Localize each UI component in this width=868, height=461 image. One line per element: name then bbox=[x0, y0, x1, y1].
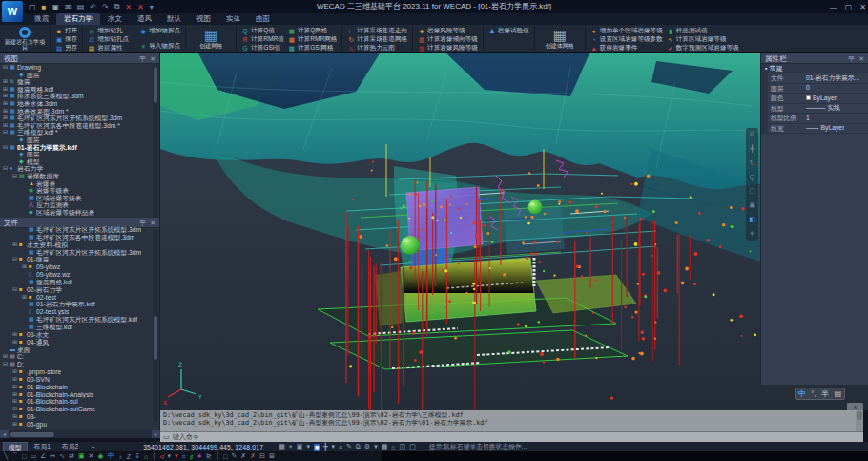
expand-icon[interactable]: ⊞ bbox=[12, 398, 19, 406]
tree-item[interactable]: ⊞■05-gpu bbox=[0, 421, 159, 429]
ribbon-button[interactable]: ⊢计算采场巷道走向 bbox=[347, 27, 407, 35]
tree-item[interactable]: ⊞■01-Blockchain-sui bbox=[0, 398, 159, 406]
tree-item[interactable]: ⊞▦毛坪矿区河东各中段巷道模型.3dm * bbox=[0, 122, 159, 130]
tree-item[interactable]: ⊞≋微震 bbox=[0, 78, 159, 86]
status-toggle-icon[interactable]: ▦ bbox=[279, 443, 285, 451]
status-toggle-icon[interactable]: ▣ bbox=[297, 443, 303, 451]
ribbon-button[interactable]: ✳导入物探点 bbox=[139, 42, 180, 51]
ribbon-button[interactable]: ▥计算岩爆风险等级 bbox=[418, 44, 478, 52]
tree-item[interactable]: ⊟▤岩爆数据库 bbox=[0, 173, 159, 180]
ribbon-button[interactable]: ▲获得岩爆事件 bbox=[590, 44, 663, 52]
draw-tool-icon[interactable]: ♯ bbox=[190, 453, 194, 460]
ribbon-tab[interactable]: 岩石力学 bbox=[56, 13, 100, 25]
quick-access-icon[interactable]: ↷ bbox=[102, 3, 109, 11]
tree-item[interactable]: ◈图层 bbox=[0, 136, 159, 144]
expand-icon[interactable]: ⊟ bbox=[3, 144, 10, 152]
draw-tool-icon[interactable]: Z bbox=[127, 453, 131, 460]
ribbon-button[interactable]: ⊡增加钻孔点 bbox=[88, 35, 129, 44]
ime-skin-icon[interactable]: ▤ bbox=[835, 389, 842, 398]
ribbon-button[interactable]: ▦计算Q网格 bbox=[288, 27, 337, 35]
tree-item[interactable]: ⊟▤D: bbox=[0, 361, 159, 368]
status-toggle-icon[interactable]: ■ bbox=[314, 444, 320, 451]
window-control-icon[interactable]: — bbox=[830, 3, 837, 11]
expand-icon[interactable]: ⊞ bbox=[22, 263, 29, 271]
quick-access-icon[interactable]: ✕ bbox=[137, 3, 144, 11]
draw-tool-icon[interactable]: ✕ bbox=[89, 452, 94, 460]
expand-icon[interactable]: ⊞ bbox=[3, 100, 10, 108]
ribbon-button[interactable]: ▥计算岩爆倾向等级 bbox=[418, 35, 478, 44]
tree-item[interactable]: ⊟●岩石力学 bbox=[0, 165, 159, 173]
quick-access-icon[interactable]: ▢ bbox=[29, 3, 36, 11]
expand-icon[interactable]: ⊟ bbox=[12, 173, 19, 180]
ribbon-button[interactable]: ↻计算采场巷道网格 bbox=[347, 35, 407, 44]
nav-tool-icon[interactable]: ◧ bbox=[749, 216, 755, 223]
tree-item[interactable]: ⊟▦01-岩石力学展示.kdf bbox=[0, 144, 159, 152]
draw-tool-icon[interactable]: ♁ bbox=[118, 453, 123, 460]
tree-item[interactable]: ⊞■01-Blockchain-Analysis bbox=[0, 391, 159, 399]
draw-tool-icon[interactable]: ▣ bbox=[78, 452, 85, 460]
quick-access-icon[interactable]: ▾ bbox=[150, 3, 154, 11]
expand-icon[interactable]: ⊟ bbox=[12, 286, 19, 294]
draw-tool-icon[interactable]: ⌂ bbox=[144, 453, 148, 460]
ribbon-button[interactable]: ◈岩爆风险等级 bbox=[418, 27, 478, 35]
tree-item[interactable]: ⊞■01-Blockchain-suiGame bbox=[0, 406, 159, 413]
draw-tool-icon[interactable]: ┃ bbox=[216, 452, 219, 460]
expand-icon[interactable]: ⊟ bbox=[3, 165, 10, 173]
quick-access-icon[interactable]: ↶ bbox=[90, 3, 96, 11]
layout-tab[interactable]: 模型 bbox=[3, 442, 28, 452]
command-window[interactable]: D:\wecad_sdk_ky\3d_cad_2\bin_git\矿山-典型案例… bbox=[160, 410, 863, 442]
create-grid-button[interactable]: ▦ 创建网格 bbox=[189, 26, 233, 52]
status-toggle-icon[interactable]: ⌂ bbox=[391, 444, 395, 451]
tree-item[interactable]: ▦微震网格.kdf bbox=[0, 279, 159, 286]
expand-icon[interactable]: ⊞ bbox=[3, 115, 10, 122]
tree-item[interactable]: ⊞■水文资料-模拟 bbox=[0, 241, 159, 249]
property-row[interactable]: 图层0 bbox=[768, 84, 868, 94]
expand-icon[interactable]: ⊞ bbox=[12, 331, 19, 339]
tree-item[interactable]: ⊞▦排水系统三维模型.3dm bbox=[0, 93, 159, 100]
expand-icon[interactable]: ⊟ bbox=[3, 129, 10, 136]
tree-item[interactable]: ⊞■.pnpm-store bbox=[0, 368, 159, 376]
draw-tool-icon[interactable]: ∿ bbox=[59, 452, 65, 460]
ime-width-icon[interactable]: 半 bbox=[821, 388, 829, 399]
tree-item[interactable]: ⋀应力监测表 bbox=[0, 201, 159, 209]
window-control-icon[interactable]: ▢ bbox=[845, 3, 853, 11]
draw-tool-icon[interactable]: ∠ bbox=[40, 452, 46, 460]
nav-tool-icon[interactable]: Q bbox=[750, 174, 754, 180]
ribbon-tab[interactable]: 通风 bbox=[130, 13, 159, 25]
status-toggle-icon[interactable]: ✎ bbox=[346, 443, 352, 451]
tree-item[interactable]: ◈图层 bbox=[0, 72, 159, 79]
status-toggle-icon[interactable]: ⌖ bbox=[289, 443, 293, 451]
ribbon-button[interactable]: ▦计算GSI网格 bbox=[288, 44, 337, 52]
tree-item[interactable]: ▦毛坪矿区河东片区开拓系统模型.kdf bbox=[0, 316, 159, 324]
property-row[interactable]: 线宽—— ByLayer bbox=[768, 124, 868, 135]
draw-tool-icon[interactable]: ▭ bbox=[30, 452, 36, 460]
expand-icon[interactable]: ⊞ bbox=[3, 108, 10, 115]
command-input[interactable]: ▭ 键入命令 bbox=[160, 431, 863, 442]
tree-item[interactable]: ⊞■02-test bbox=[0, 294, 159, 302]
tree-item[interactable]: ▲岩爆表 bbox=[0, 180, 159, 188]
expand-icon[interactable]: ⊞ bbox=[12, 241, 19, 249]
scroll-right-icon[interactable]: ▸ bbox=[152, 430, 160, 438]
ribbon-button[interactable]: ◎增加钻孔 bbox=[88, 27, 129, 35]
tree-item[interactable]: ▦毛坪矿区河东各中段巷道模型.3dm bbox=[0, 234, 159, 241]
file-tree-scrollbar[interactable] bbox=[153, 230, 158, 421]
ribbon-button[interactable]: ▤岩层属性 bbox=[88, 44, 129, 52]
ribbon-button[interactable]: ♟岩爆试验值 bbox=[488, 27, 529, 35]
draw-tool-icon[interactable]: ◉ bbox=[97, 452, 103, 460]
expand-icon[interactable]: ⊟ bbox=[3, 64, 10, 72]
draw-tool-icon[interactable]: ∗ bbox=[196, 452, 202, 460]
property-row[interactable]: 文件01-岩石力学展示... bbox=[768, 73, 868, 84]
expand-icon[interactable]: ⊞ bbox=[3, 122, 10, 130]
ime-punctuation-icon[interactable]: °, bbox=[811, 389, 816, 398]
quick-access-icon[interactable]: ■ bbox=[42, 3, 47, 11]
tree-item[interactable]: ▯02-test.ysls bbox=[0, 308, 159, 316]
tree-item[interactable]: ◆区域岩爆等级样品表 bbox=[0, 209, 159, 217]
window-control-icon[interactable]: ✕ bbox=[859, 3, 866, 11]
layout-tab[interactable]: ＋ bbox=[85, 442, 101, 452]
draw-tool-icon[interactable]: ≡ bbox=[182, 453, 186, 460]
draw-tool-icon[interactable]: □ bbox=[22, 453, 26, 460]
quick-access-icon[interactable]: ✉ bbox=[65, 3, 72, 11]
nav-tool-icon[interactable]: ▢ bbox=[749, 187, 755, 195]
status-toggle-icon[interactable]: ▾ bbox=[374, 443, 378, 451]
property-row[interactable]: 颜色ByLayer bbox=[768, 94, 868, 104]
